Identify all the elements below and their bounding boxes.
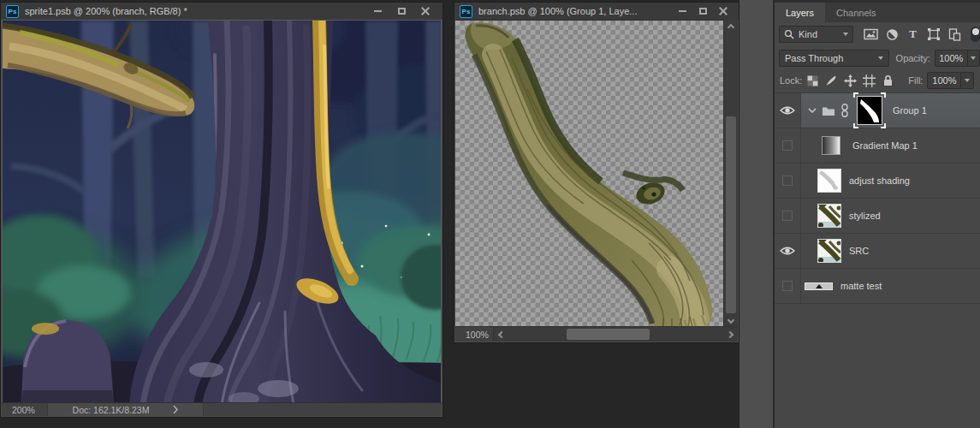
filter-shape-layers-button[interactable] bbox=[924, 26, 942, 43]
image-icon bbox=[864, 28, 878, 40]
solid-color-thumbnail[interactable] bbox=[805, 282, 833, 290]
filter-type-layers-button[interactable]: T bbox=[904, 26, 922, 43]
checkerboard-icon bbox=[807, 75, 818, 86]
lock-label: Lock: bbox=[780, 75, 802, 86]
search-icon bbox=[784, 29, 794, 39]
photo-thumbnail-art bbox=[818, 240, 840, 262]
lock-icon bbox=[882, 74, 894, 86]
window-title: sprite1.psb @ 200% (branch, RGB/8) * bbox=[25, 6, 365, 16]
layer-name: matte test bbox=[840, 281, 882, 291]
eye-icon bbox=[780, 246, 795, 256]
vertical-scrollbar[interactable] bbox=[723, 20, 738, 327]
branch-titlebar[interactable]: Ps branch.psb @ 100% (Group 1, Laye... bbox=[454, 3, 739, 20]
tab-channels[interactable]: Channels bbox=[825, 3, 887, 22]
slider-triangle-icon bbox=[816, 284, 823, 288]
layer-list: Group 1 Gradient Map 1 adjust shadin bbox=[775, 93, 980, 304]
scroll-down-arrow[interactable] bbox=[724, 315, 738, 327]
visibility-toggle[interactable] bbox=[775, 269, 801, 303]
visibility-toggle[interactable] bbox=[775, 234, 801, 268]
brush-icon bbox=[825, 74, 837, 86]
blend-mode-value: Pass Through bbox=[785, 53, 843, 63]
scroll-left-arrow[interactable] bbox=[494, 327, 507, 342]
layer-row-matte-test[interactable]: matte test bbox=[775, 269, 980, 304]
blend-mode-dropdown[interactable]: Pass Through bbox=[779, 50, 889, 67]
visibility-toggle[interactable] bbox=[775, 199, 801, 233]
horizontal-scroll-thumb[interactable] bbox=[567, 329, 650, 340]
minimize-button[interactable] bbox=[672, 4, 692, 18]
panel-tab-bar: Layers Channels bbox=[775, 3, 980, 22]
chevron-right-icon bbox=[727, 330, 734, 337]
panel-dock-gutter bbox=[739, 0, 775, 428]
move-arrows-icon bbox=[844, 74, 857, 87]
lock-row: Lock: Fill: 100% bbox=[775, 70, 980, 91]
zoom-level-field[interactable]: 100% bbox=[455, 330, 493, 340]
chevron-down-icon bbox=[843, 33, 848, 36]
layer-row-group-1[interactable]: Group 1 bbox=[775, 93, 980, 128]
zoom-level-field[interactable]: 200% bbox=[2, 403, 48, 416]
lock-all-button[interactable] bbox=[879, 73, 896, 88]
opacity-dropdown-button[interactable] bbox=[968, 50, 980, 67]
scroll-up-arrow[interactable] bbox=[724, 20, 738, 32]
fill-dropdown-button[interactable] bbox=[961, 72, 974, 89]
fill-value-field[interactable]: 100% bbox=[927, 72, 961, 89]
maximize-button[interactable] bbox=[692, 4, 713, 18]
opacity-value-field[interactable]: 100% bbox=[935, 50, 968, 67]
branch-document-window: Ps branch.psb @ 100% (Group 1, Laye... bbox=[454, 2, 739, 343]
visibility-toggle[interactable] bbox=[775, 93, 801, 128]
filter-toggle-switch[interactable] bbox=[971, 27, 980, 42]
layer-name: Gradient Map 1 bbox=[852, 140, 918, 151]
chevron-down-icon bbox=[878, 56, 883, 60]
close-button[interactable] bbox=[413, 4, 437, 18]
layer-thumbnail[interactable] bbox=[817, 169, 841, 193]
chevron-up-icon bbox=[728, 23, 734, 30]
selection-corner bbox=[881, 92, 886, 98]
layer-thumbnail[interactable] bbox=[817, 204, 841, 228]
minimize-button[interactable] bbox=[365, 4, 389, 18]
branch-artwork bbox=[455, 21, 725, 327]
visibility-toggle[interactable] bbox=[775, 163, 801, 198]
sprite1-statusbar: 200% Doc: 162.1K/8.23M bbox=[2, 402, 442, 416]
branch-canvas[interactable] bbox=[455, 20, 725, 327]
filter-kind-dropdown[interactable]: Kind bbox=[779, 26, 853, 43]
mask-link-icon[interactable] bbox=[840, 104, 849, 117]
ps-badge-glyph: Ps bbox=[462, 8, 471, 15]
horizontal-scrollbar[interactable] bbox=[493, 327, 738, 342]
tab-layers[interactable]: Layers bbox=[775, 3, 825, 22]
layer-name: stylized bbox=[849, 211, 881, 221]
lock-artboards-button[interactable] bbox=[860, 73, 877, 88]
layer-thumbnail[interactable] bbox=[817, 239, 841, 263]
layer-row-adjust-shading[interactable]: adjust shading bbox=[775, 163, 980, 199]
gradient-map-thumbnail[interactable] bbox=[822, 136, 840, 155]
branch-statusbar: 100% bbox=[455, 326, 738, 342]
close-button[interactable] bbox=[713, 4, 734, 18]
layer-name: adjust shading bbox=[849, 175, 910, 186]
maximize-button[interactable] bbox=[389, 4, 413, 18]
scroll-right-arrow[interactable] bbox=[725, 327, 738, 342]
psb-file-icon: Ps bbox=[6, 5, 19, 18]
filter-adjustment-layers-button[interactable] bbox=[883, 26, 901, 43]
half-circle-adjustment-icon bbox=[886, 28, 899, 41]
forest-night-artwork bbox=[3, 21, 442, 404]
layer-name: Group 1 bbox=[893, 105, 927, 116]
doc-size-info[interactable]: Doc: 162.1K/8.23M bbox=[48, 403, 204, 416]
filter-pixel-layers-button[interactable] bbox=[862, 26, 880, 43]
visibility-toggle[interactable] bbox=[775, 128, 801, 163]
filter-smart-objects-button[interactable] bbox=[946, 26, 964, 43]
lock-transparent-pixels-button[interactable] bbox=[804, 73, 821, 88]
layer-row-stylized[interactable]: stylized bbox=[775, 199, 980, 234]
blend-mode-row: Pass Through Opacity: 100% bbox=[775, 48, 980, 68]
layer-row-src[interactable]: SRC bbox=[775, 234, 980, 269]
sprite1-titlebar[interactable]: Ps sprite1.psb @ 200% (branch, RGB/8) * bbox=[1, 3, 442, 20]
group-mask-thumbnail[interactable] bbox=[857, 96, 882, 125]
vertical-scroll-thumb[interactable] bbox=[726, 116, 736, 313]
hidden-visibility-box bbox=[782, 281, 793, 291]
chevron-down-icon bbox=[728, 316, 734, 323]
sprite1-canvas[interactable] bbox=[2, 20, 442, 404]
shape-bounds-icon bbox=[927, 27, 941, 41]
layer-row-gradient-map-1[interactable]: Gradient Map 1 bbox=[775, 128, 980, 163]
lock-image-pixels-button[interactable] bbox=[823, 73, 840, 88]
group-expand-chevron[interactable] bbox=[808, 108, 817, 113]
lock-position-button[interactable] bbox=[841, 73, 858, 88]
type-icon: T bbox=[909, 27, 917, 41]
sketch-thumbnail-art bbox=[818, 169, 840, 192]
